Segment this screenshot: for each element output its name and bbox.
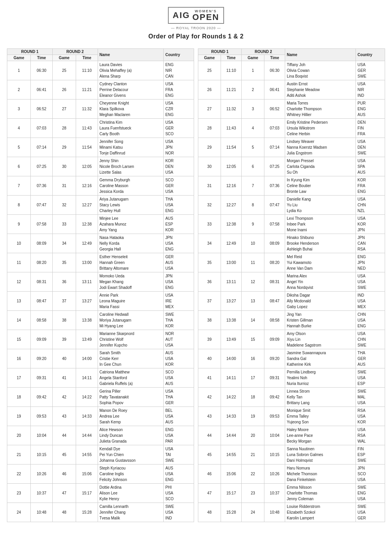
left-round2-header: ROUND 2 (52, 49, 98, 55)
r1-time-cell: 11:21 (221, 80, 241, 100)
r1-game-cell: 44 (198, 426, 221, 445)
r2-game-cell: 39 (52, 330, 76, 349)
r1-time-cell: 09:09 (31, 330, 53, 349)
r1-time-cell: 10:04 (31, 426, 53, 445)
r2-time-cell: 07:25 (264, 157, 285, 176)
name-cell: Linnea StromKelly TanBrittany Lang (285, 388, 356, 407)
r1-time-cell: 10:37 (31, 484, 53, 503)
name-cell: Austin ErnstStephanie MeadowAditi Ashok (285, 80, 356, 100)
r2-time-cell: 13:11 (76, 272, 98, 292)
right-name-header: Name (285, 49, 356, 61)
r2-game-cell: 43 (52, 407, 76, 426)
right-country-header: Country (356, 49, 385, 61)
r1-game-cell: 29 (198, 138, 221, 157)
name-cell: Laura DaviesOlivia Mehaffey (a)Alena Sha… (98, 61, 163, 80)
aig-logo-text: AIG (173, 10, 190, 20)
country-cell: ENGJPNNED (356, 253, 385, 272)
r1-time-cell: 12:49 (221, 234, 241, 253)
name-cell: Manon De RoeyAndrea LeeSarah Kemp (98, 407, 163, 426)
r2-game-cell: 36 (52, 272, 76, 292)
country-cell: KORDENUSA (164, 157, 194, 176)
table-row: 31 12:16 7 07:36 In Kyung KimCeline Bout… (198, 176, 385, 196)
table-row: 10 08:09 34 12:49 Nasa HataokaNelly Kord… (7, 234, 194, 253)
r1-time-cell: 15:17 (221, 484, 241, 503)
table-row: 39 13:49 15 09:09 Amy OlsonXiyu LinMadel… (198, 330, 385, 349)
country-cell: USACHNSWE (356, 330, 385, 349)
name-cell: Jing YanKristen GillmanHannah Burke (285, 311, 356, 330)
r1-game-cell: 11 (7, 253, 31, 272)
table-row: 29 11:54 5 07:14 Lindsey WeaverNanna Koe… (198, 138, 385, 157)
name-cell: Sarah SmithCristie KerrIn Gee Chun (98, 349, 163, 368)
r1-time-cell: 09:53 (31, 407, 53, 426)
r2-game-cell: 6 (242, 157, 264, 176)
r2-time-cell: 11:54 (76, 138, 98, 157)
r1-game-cell: 37 (198, 292, 221, 311)
country-cell: AUSESPKOR (164, 215, 194, 234)
left-table-container: ROUND 1 ROUND 2 Name Country Game Time G… (7, 48, 194, 522)
r2-time-cell: 12:27 (76, 196, 98, 215)
country-cell: KORFRAENG (356, 176, 385, 196)
country-cell: USAKORJPN (356, 215, 385, 234)
r1-time-cell: 07:36 (31, 176, 53, 196)
r2-time-cell: 10:04 (264, 426, 285, 445)
country-cell: SWEENGUSA (356, 484, 385, 503)
table-row: 2 06:41 26 11:21 Cydney ClantonPerrine D… (7, 80, 194, 100)
r2-time-cell: 11:43 (76, 119, 98, 138)
r2-game-cell: 32 (52, 196, 76, 215)
r1-time-cell: 14:44 (221, 426, 241, 445)
r1-time-cell: 09:42 (31, 388, 53, 407)
r1-time-cell: 08:20 (31, 253, 53, 272)
country-cell: RSAUSAKOR (356, 407, 385, 426)
r1-game-cell: 6 (7, 157, 31, 176)
right-r1-time-header: Time (221, 55, 241, 61)
table-row: 43 14:33 19 09:53 Monique SmitEmma Talle… (198, 407, 385, 426)
r1-game-cell: 32 (198, 196, 221, 215)
name-cell: Monique SmitEmma TalleyYujeong Son (285, 407, 356, 426)
r1-time-cell: 11:54 (221, 138, 241, 157)
country-cell: THAGERAUS (356, 349, 385, 368)
r2-time-cell: 07:47 (264, 196, 285, 215)
r2-time-cell: 06:30 (264, 61, 285, 80)
r2-game-cell: 19 (242, 407, 264, 426)
name-cell: Louise RidderstromElizabeth SzokolKaroli… (285, 503, 356, 522)
name-cell: Alice HewsonLindy DuncanJulieta Granada (98, 426, 163, 445)
name-cell: Sanna NuutinenLuna Sobron GalmesDani Hol… (285, 445, 356, 464)
table-row: 3 06:52 27 11:32 Cheyenne KnightKlara Sp… (7, 100, 194, 119)
name-cell: Kendall DyePei Yun ChienJohanna Gustavss… (98, 445, 163, 464)
name-cell: Diksha DagarAlly McdonaldGaby Lopez (285, 292, 356, 311)
logo-box: AIG WOMEN'S OPEN (168, 7, 224, 24)
name-cell: Lexi ThompsonInbee ParkMone Inami (285, 215, 356, 234)
r1-time-cell: 12:38 (221, 215, 241, 234)
right-table: ROUND 1 ROUND 2 Name Country Game Time G… (198, 48, 385, 522)
country-cell: USAUSASWE (356, 272, 385, 292)
name-cell: Amy OlsonXiyu LinMadelene Sagstrom (285, 330, 356, 349)
r1-game-cell: 9 (7, 215, 31, 234)
r1-game-cell: 34 (198, 234, 221, 253)
r2-game-cell: 44 (52, 426, 76, 445)
r1-time-cell: 15:06 (221, 464, 241, 484)
country-cell: PURENGAUS (356, 100, 385, 119)
country-cell: USADENSWE (356, 138, 385, 157)
right-r2-game-header: Game (242, 55, 264, 61)
table-row: 15 09:09 39 13:49 Marianne SkarpnordChri… (7, 330, 194, 349)
r2-game-cell: 48 (52, 503, 76, 522)
r1-time-cell: 11:10 (221, 61, 241, 80)
r1-game-cell: 21 (7, 445, 31, 464)
r2-time-cell: 12:16 (76, 176, 98, 196)
table-row: 18 09:42 42 14:22 Gerina PillerPatty Tav… (7, 388, 194, 407)
left-table: ROUND 1 ROUND 2 Name Country Game Time G… (7, 48, 194, 522)
r2-time-cell: 14:33 (76, 407, 98, 426)
name-cell: Hinako ShibunoBrooke HendersonAshleigh B… (285, 234, 356, 253)
table-row: 37 13:27 13 08:47 Diksha DagarAlly Mcdon… (198, 292, 385, 311)
r2-game-cell: 28 (52, 119, 76, 138)
country-cell: SCOUSAAUS (164, 368, 194, 388)
name-cell: Tiffany JohOlivia CowanLina Boqvist (285, 61, 356, 80)
page-header: AIG WOMEN'S OPEN — ROYAL TROON 2020 — Or… (0, 0, 392, 48)
r2-time-cell: 07:03 (264, 119, 285, 138)
royal-troon-label: — ROYAL TROON 2020 — (0, 26, 392, 30)
table-row: 16 09:20 40 14:00 Sarah SmithCristie Ker… (7, 349, 194, 368)
country-cell: USAGERSCO (164, 119, 194, 138)
table-row: 34 12:49 10 08:09 Hinako ShibunoBrooke H… (198, 234, 385, 253)
r2-game-cell: 46 (52, 464, 76, 484)
r1-time-cell: 11:32 (221, 100, 241, 119)
